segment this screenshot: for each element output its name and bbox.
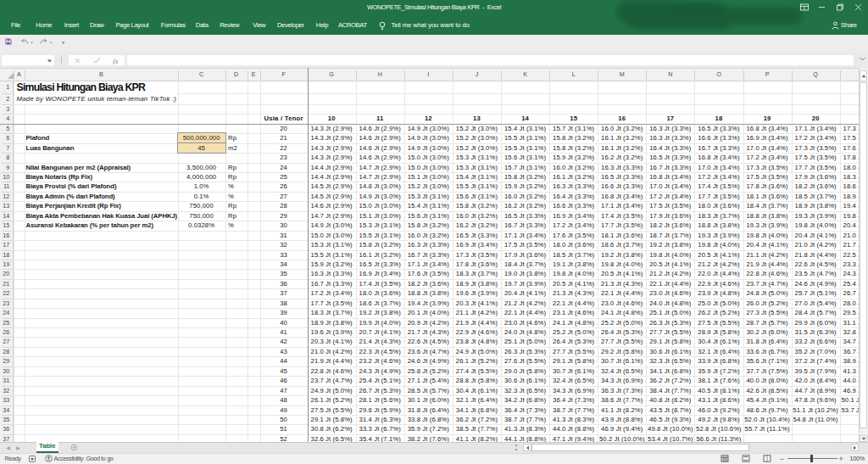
- svg-text:fx: fx: [113, 57, 119, 64]
